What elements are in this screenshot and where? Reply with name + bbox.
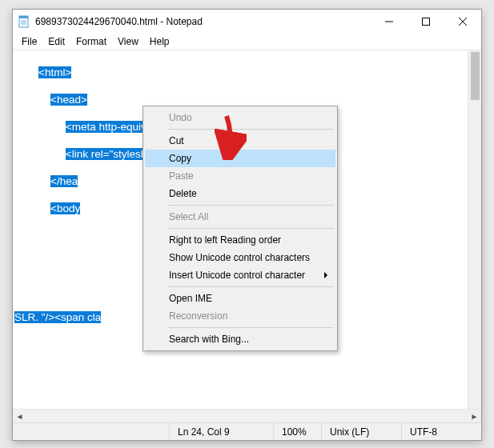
ctx-select-all[interactable]: Select All [145,208,335,226]
status-encoding: UTF-8 [401,423,481,440]
notepad-icon [18,15,30,28]
ctx-search-bing[interactable]: Search with Bing... [145,330,335,348]
window-controls [371,10,481,34]
scroll-left-icon[interactable]: ◄ [13,412,26,421]
menu-help[interactable]: Help [144,34,175,49]
ctx-separator [167,327,334,328]
status-zoom: 100% [273,423,321,440]
horizontal-scrollbar[interactable]: ◄ ► [13,409,481,422]
ctx-open-ime[interactable]: Open IME [145,290,335,307]
menu-format[interactable]: Format [70,34,112,49]
close-button[interactable] [444,10,481,34]
ctx-insert-unicode[interactable]: Insert Unicode control character [145,266,335,284]
status-line-ending: Unix (LF) [321,423,401,440]
vertical-scrollbar[interactable] [468,50,481,409]
status-position: Ln 24, Col 9 [169,423,273,440]
menu-edit[interactable]: Edit [42,34,70,49]
menu-file[interactable]: File [16,34,42,49]
ctx-paste[interactable]: Paste [145,167,335,185]
ctx-rtl[interactable]: Right to left Reading order [145,231,335,249]
ctx-show-unicode[interactable]: Show Unicode control characters [145,249,335,266]
context-menu: Undo Cut Copy Paste Delete Select All Ri… [143,106,338,351]
ctx-cut[interactable]: Cut [145,132,335,150]
menu-bar: File Edit Format View Help [13,34,481,50]
window-title: 6989373024429670040.html - Notepad [35,16,371,27]
ctx-separator [167,205,334,206]
minimize-button[interactable] [371,10,408,34]
svg-rect-1 [19,16,28,18]
maximize-button[interactable] [408,10,444,34]
ctx-separator [167,228,334,229]
ctx-undo[interactable]: Undo [145,109,335,126]
ctx-copy[interactable]: Copy [145,150,335,167]
menu-view[interactable]: View [112,34,144,49]
svg-rect-6 [423,18,430,26]
status-bar: Ln 24, Col 9 100% Unix (LF) UTF-8 [13,422,481,440]
ctx-reconversion[interactable]: Reconversion [145,307,335,325]
ctx-separator [167,286,334,287]
scroll-right-icon[interactable]: ► [468,412,481,421]
ctx-separator [167,129,334,130]
title-bar[interactable]: 6989373024429670040.html - Notepad [13,10,481,34]
ctx-delete[interactable]: Delete [145,185,335,202]
